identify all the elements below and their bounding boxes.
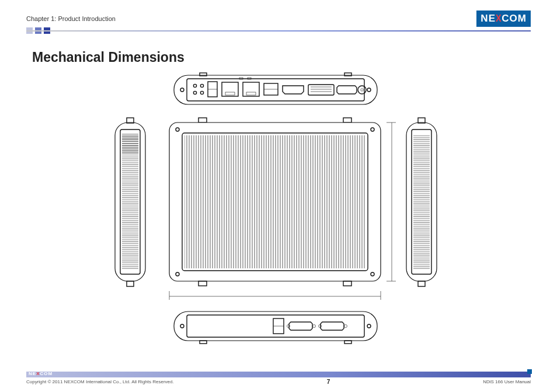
svg-rect-64	[418, 281, 425, 286]
mechanical-drawings: .ln { fill:none; stroke:#111; stroke-wid…	[0, 70, 557, 347]
svg-rect-47	[184, 135, 365, 268]
svg-rect-0	[174, 75, 377, 104]
svg-rect-43	[199, 118, 207, 123]
chapter-title: Chapter 1: Product Introduction	[26, 15, 116, 22]
svg-rect-53	[343, 281, 351, 286]
page-number: 7	[327, 379, 330, 385]
brand-logo: NEXCOM	[476, 10, 531, 27]
svg-rect-52	[199, 281, 207, 286]
svg-rect-76	[344, 341, 351, 344]
svg-rect-62	[413, 134, 430, 270]
svg-rect-75	[200, 341, 207, 344]
section-title: Mechanical Dimensions	[32, 50, 184, 65]
footer-brand-logo: NEXCOM	[29, 371, 53, 376]
svg-rect-44	[343, 118, 351, 123]
page-footer: NEXCOM Copyright © 2011 NEXCOM Internati…	[26, 372, 531, 385]
svg-rect-39	[127, 281, 134, 286]
svg-rect-37	[122, 134, 138, 270]
copyright-text: Copyright © 2011 NEXCOM International Co…	[26, 379, 174, 384]
header-rule	[26, 30, 531, 32]
doc-title: NDiS 166 User Manual	[483, 379, 531, 384]
